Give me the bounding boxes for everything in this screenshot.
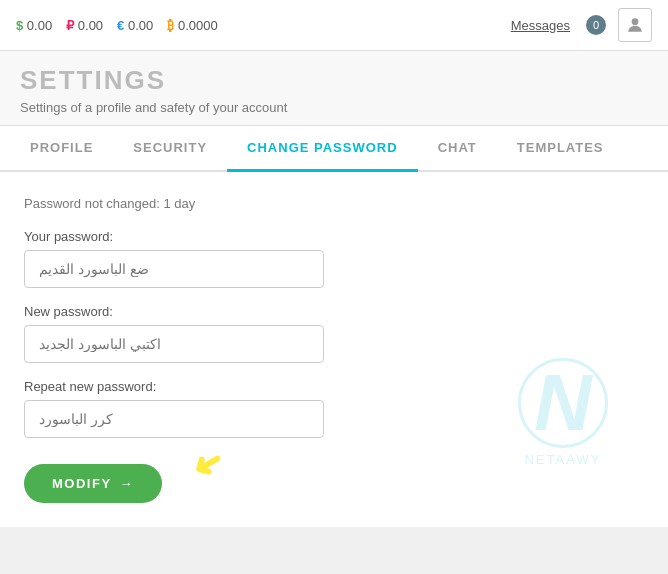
content-area: Password not changed: 1 day Your passwor… <box>0 172 668 527</box>
currency-bitcoin: ₿ 0.0000 <box>167 18 217 33</box>
new-password-label: New password: <box>24 304 644 319</box>
new-password-group: New password: <box>24 304 644 363</box>
tab-chat[interactable]: CHAT <box>418 126 497 172</box>
user-avatar-button[interactable] <box>618 8 652 42</box>
currency-euro: € 0.00 <box>117 18 153 33</box>
top-right-area: Messages 0 <box>511 8 652 42</box>
page-header: SETTINGS Settings of a profile and safet… <box>0 51 668 126</box>
tab-change-password[interactable]: CHANGE PASSWORD <box>227 126 418 172</box>
tab-security[interactable]: SECURITY <box>113 126 227 172</box>
current-password-group: Your password: <box>24 229 644 288</box>
tab-templates[interactable]: TEMPLATES <box>497 126 624 172</box>
svg-point-0 <box>632 18 639 25</box>
watermark: N NETAAWY <box>518 358 608 467</box>
currency-list: $ 0.00 ₽ 0.00 € 0.00 ₿ 0.0000 <box>16 18 218 33</box>
messages-link[interactable]: Messages <box>511 18 570 33</box>
current-password-input[interactable] <box>24 250 324 288</box>
page-title: SETTINGS <box>20 65 648 96</box>
page-subtitle: Settings of a profile and safety of your… <box>20 100 648 115</box>
repeat-password-input[interactable] <box>24 400 324 438</box>
new-password-input[interactable] <box>24 325 324 363</box>
messages-count: 0 <box>586 15 606 35</box>
tabs-bar: PROFILE SECURITY CHANGE PASSWORD CHAT TE… <box>0 126 668 172</box>
tab-profile[interactable]: PROFILE <box>10 126 113 172</box>
currency-ruble: ₽ 0.00 <box>66 18 103 33</box>
current-password-label: Your password: <box>24 229 644 244</box>
password-status: Password not changed: 1 day <box>24 196 644 211</box>
top-bar: $ 0.00 ₽ 0.00 € 0.00 ₿ 0.0000 Messages 0 <box>0 0 668 51</box>
currency-dollar: $ 0.00 <box>16 18 52 33</box>
arrow-indicator: ➜ <box>184 438 231 489</box>
modify-button[interactable]: MODIFY → <box>24 464 162 503</box>
